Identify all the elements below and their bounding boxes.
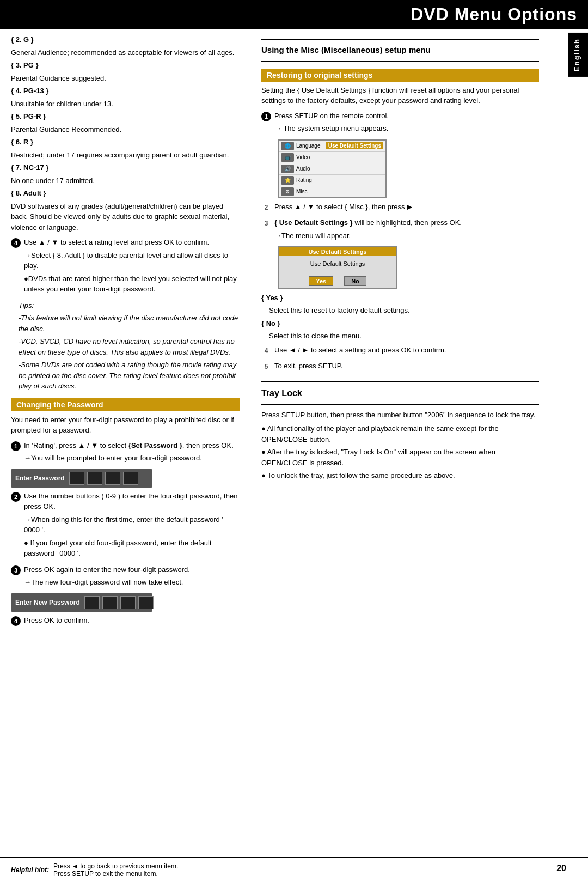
tray-bullet3: ● To unlock the tray, just follow the sa…	[261, 470, 539, 481]
osd-screenshot: 🌐 Language Use Default Settings 📺 Video …	[278, 139, 387, 198]
rating-3pg-code: { 3. PG }	[11, 61, 39, 69]
rating-5pgr-code: { 5. PG-R }	[11, 112, 46, 120]
restoring-intro: Setting the { Use Default Settings } fun…	[261, 85, 539, 106]
restore-step3-text: { Use Default Settings } will be highlig…	[274, 217, 539, 228]
tray-intro: Press SETUP button, then press the numbe…	[261, 410, 539, 421]
left-column: { 2. G } General Audience; recommended a…	[0, 29, 250, 848]
using-misc-title: Using the Misc (Miscellaneous) setup men…	[261, 44, 539, 57]
tray-lock-divider-top	[261, 381, 539, 382]
rating-4pg13-desc: Unsuitable for children under 13.	[11, 99, 240, 110]
restore-step2-content: Press ▲ / ▼ to select { Misc }, then pre…	[274, 202, 539, 215]
tip1: -This feature will not limit viewing if …	[19, 313, 240, 334]
rating-6r-desc: Restricted; under 17 requires accompanyi…	[11, 150, 240, 161]
tips-label: Tips:	[19, 300, 240, 311]
restore-step4-text: Use ◄ / ► to select a setting and press …	[274, 345, 539, 356]
page-header: DVD Menu Options	[0, 0, 588, 29]
footer: Helpful hint: Press ◄ to go back to prev…	[0, 857, 588, 882]
step4-bullet1: ●DVDs that are rated higher than the lev…	[24, 273, 240, 295]
step4-circle: 4	[11, 238, 21, 248]
rating-2g-code: { 2. G }	[11, 35, 34, 44]
no-desc: Select this to close the menu.	[261, 331, 539, 342]
rating-2g: { 2. G } General Audience; recommended a…	[11, 34, 240, 58]
tray-lock-divider-bottom	[261, 404, 539, 405]
language-icon: 🌐	[281, 142, 294, 150]
footer-text: Press ◄ to go back to previous menu item…	[53, 862, 178, 878]
rating-6r: { 6. R } Restricted; under 17 requires a…	[11, 137, 240, 160]
restore-step4-content: Use ◄ / ► to select a setting and press …	[274, 345, 539, 358]
cp-step1-item: 1 In 'Rating', press ▲ / ▼ to select {Se…	[11, 440, 240, 466]
cp-step1-content: In 'Rating', press ▲ / ▼ to select {Set …	[24, 440, 240, 466]
cp-step2-item: 2 Use the number buttons ( 0-9 ) to ente…	[11, 491, 240, 561]
restore-step2-num: 2	[261, 203, 271, 212]
tray-lock-title: Tray Lock	[261, 387, 539, 400]
rating-7nc17-desc: No one under 17 admitted.	[11, 175, 240, 186]
changing-password-header: Changing the Password	[11, 398, 240, 411]
step4-arrow: →Select { 8. Adult } to disable parental…	[24, 250, 240, 271]
yes-desc: Select this to reset to factory default …	[261, 305, 539, 316]
cp-step4-text: Press OK to confirm.	[24, 615, 240, 626]
rating-4pg13: { 4. PG-13 } Unsuitable for children und…	[11, 86, 240, 109]
cp-intro: You need to enter your four-digit passwo…	[11, 415, 240, 436]
misc-divider	[261, 61, 539, 62]
new-pw-box-4	[138, 596, 154, 609]
cp-step2-bullet: ● If you forget your old four-digit pass…	[24, 538, 240, 559]
restore-step1-content: Press SETUP on the remote control. → The…	[274, 111, 539, 136]
tip2: -VCD, SVCD, CD have no level indication,…	[19, 336, 240, 357]
restore-step5-content: To exit, press SETUP.	[274, 361, 539, 374]
pw-box-1	[69, 472, 84, 485]
new-pw-box-1	[84, 596, 100, 609]
page-title: DVD Menu Options	[411, 4, 577, 25]
restore-step1-item: 1 Press SETUP on the remote control. → T…	[261, 111, 539, 136]
main-content: { 2. G } General Audience; recommended a…	[0, 29, 588, 848]
restore-step5-item: 5 To exit, press SETUP.	[261, 361, 539, 374]
enter-new-password-label: Enter New Password	[15, 599, 80, 606]
osd-row-video: 📺 Video	[279, 152, 385, 163]
pw-box-4	[123, 472, 138, 485]
restore-step1-text: Press SETUP on the remote control.	[274, 111, 539, 121]
restore-step4-item: 4 Use ◄ / ► to select a setting and pres…	[261, 345, 539, 358]
osd-row-rating: ⭐ Rating	[279, 175, 385, 186]
no-label: { No }	[261, 318, 539, 329]
cp-step4-circle: 4	[11, 616, 21, 626]
right-column: Using the Misc (Miscellaneous) setup men…	[250, 29, 566, 848]
rating-6r-code: { 6. R }	[11, 138, 33, 146]
enter-password-label: Enter Password	[15, 475, 65, 482]
cp-step3-text: Press OK again to enter the new four-dig…	[24, 564, 240, 575]
osd-confirm-body: Use Default Settings	[279, 256, 396, 274]
new-pw-box-2	[102, 596, 118, 609]
enter-password-display: Enter Password	[11, 469, 152, 488]
tips-section: Tips: -This feature will not limit viewi…	[11, 300, 240, 392]
cp-step1-circle: 1	[11, 441, 21, 451]
rating-3pg: { 3. PG } Parental Guidance suggested.	[11, 60, 240, 83]
rating-4pg13-code: { 4. PG-13 }	[11, 87, 48, 95]
restore-step1-circle: 1	[261, 112, 271, 121]
pw-box-2	[87, 472, 102, 485]
cp-step3-item: 3 Press OK again to enter the new four-d…	[11, 564, 240, 590]
cp-step3-circle: 3	[11, 565, 21, 575]
restore-step3-num: 3	[261, 218, 271, 228]
rating-7nc17: { 7. NC-17 } No one under 17 admitted.	[11, 162, 240, 186]
tray-bullet2: ● After the tray is locked, "Tray Lock I…	[261, 447, 539, 468]
restore-step4-num: 4	[261, 346, 271, 356]
yes-label: { Yes }	[261, 293, 539, 303]
new-password-boxes	[84, 596, 154, 609]
enter-new-password-display: Enter New Password	[11, 593, 152, 612]
osd-row-misc: ⚙ Misc	[279, 186, 385, 197]
osd-row-audio: 🔊 Audio	[279, 163, 385, 175]
osd-confirm-buttons: Yes No	[279, 274, 396, 288]
cp-step2-arrow: →When doing this for the first time, ent…	[24, 514, 240, 536]
osd-confirm-screenshot: Use Default Settings Use Default Setting…	[278, 246, 397, 289]
page-number: 20	[556, 863, 566, 873]
osd-yes-button[interactable]: Yes	[309, 276, 333, 286]
osd-no-button[interactable]: No	[344, 276, 366, 286]
rating-3pg-desc: Parental Guidance suggested.	[11, 73, 240, 84]
rating-2g-desc: General Audience; recommended as accepta…	[11, 47, 240, 58]
restore-step2-item: 2 Press ▲ / ▼ to select { Misc }, then p…	[261, 202, 539, 215]
restoring-header: Restoring to original settings	[261, 69, 539, 82]
restore-step5-num: 5	[261, 362, 271, 372]
cp-step1-text: In 'Rating', press ▲ / ▼ to select {Set …	[24, 440, 240, 451]
restore-step3-content: { Use Default Settings } will be highlig…	[274, 217, 539, 243]
rating-5pgr: { 5. PG-R } Parental Guidance Recommende…	[11, 111, 240, 135]
pw-box-3	[105, 472, 120, 485]
cp-step3-content: Press OK again to enter the new four-dig…	[24, 564, 240, 590]
